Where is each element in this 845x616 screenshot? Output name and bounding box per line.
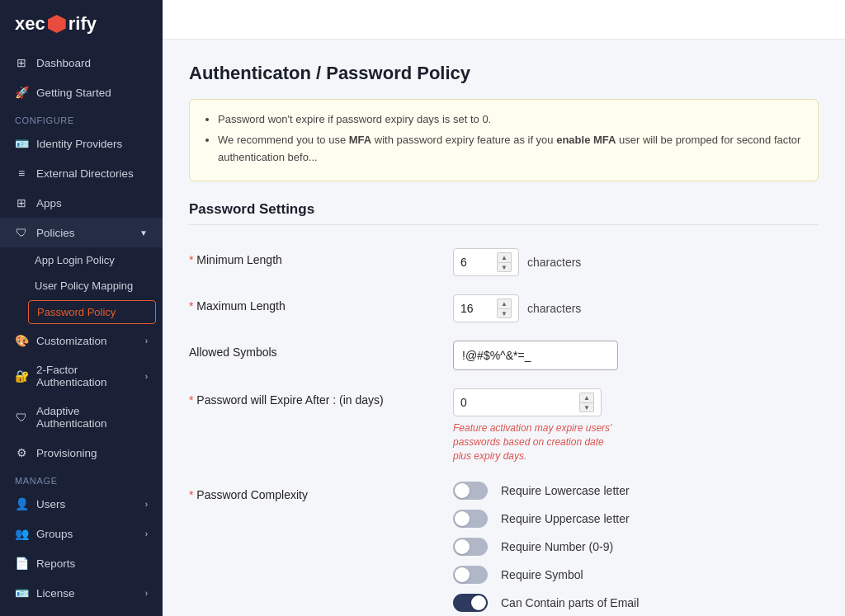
min-length-increment[interactable]: ▲ [497, 252, 512, 262]
sidebar-item-label: License [36, 587, 75, 600]
expire-label: * Password will Expire After : (in days) [189, 388, 453, 407]
chevron-down-icon: ▼ [139, 228, 148, 237]
info-line-2: We recommend you to use MFA with passwor… [218, 132, 803, 167]
sidebar-item-reports[interactable]: 📄 Reports [0, 548, 163, 578]
page-title: Authenticaton / Password Policy [189, 63, 819, 84]
min-length-label: * Minimum Length [189, 248, 453, 266]
max-length-unit: characters [527, 302, 581, 315]
sidebar-item-policies[interactable]: 🛡 Policies ▼ [0, 218, 163, 247]
content-area: Authenticaton / Password Policy Password… [163, 40, 845, 616]
sidebar-item-apps[interactable]: ⊞ Apps [0, 188, 163, 218]
complexity-row: * Password Complexity Require Lowercase … [189, 482, 819, 616]
required-star: * [189, 299, 193, 313]
allowed-symbols-row: Allowed Symbols !@#$%^&*=_ [189, 341, 819, 370]
toggle-label-require-number: Require Number (0-9) [501, 540, 613, 553]
sidebar-item-groups[interactable]: 👥 Groups › [0, 519, 163, 548]
logo-prefix: xec [15, 13, 45, 35]
max-length-increment[interactable]: ▲ [497, 299, 512, 308]
license-icon: 🪪 [15, 586, 28, 600]
info-line-1: Password won't expire if password expiry… [218, 111, 803, 129]
sidebar-item-label: Policies [36, 227, 75, 239]
toggle-label-contain-email: Can Contain parts of Email [501, 596, 639, 609]
logo-text: xec rify [15, 13, 148, 35]
section-divider [189, 224, 819, 225]
allowed-symbols-value: !@#$%^&*=_ [462, 349, 531, 362]
sub-item-label: App Login Policy [35, 254, 115, 266]
toggle-require-number[interactable] [453, 538, 488, 556]
expire-increment[interactable]: ▲ [579, 393, 594, 402]
max-length-decrement[interactable]: ▼ [497, 308, 512, 318]
toggle-knob-require-uppercase [455, 511, 470, 526]
sidebar-item-adaptive-auth[interactable]: 🛡 Adaptive Authentication [0, 397, 163, 438]
sidebar-item-label: Adaptive Authentication [36, 405, 148, 430]
expire-decrement[interactable]: ▼ [579, 402, 594, 412]
expire-spinner: ▲ ▼ [579, 393, 594, 412]
group-icon: 👥 [15, 527, 28, 540]
sub-item-label: User Policy Mapping [35, 280, 133, 292]
sidebar: xec rify ⊞ Dashboard 🚀 Getting Started C… [0, 0, 163, 616]
sidebar-item-label: Customization [36, 335, 107, 347]
toggle-item-require-number: Require Number (0-9) [453, 538, 663, 556]
sidebar-item-label: Reports [36, 557, 75, 570]
chevron-right-icon: › [145, 372, 148, 381]
expire-input[interactable]: 0 ▲ ▼ [453, 388, 602, 416]
toggle-item-require-uppercase: Require Uppercase letter [453, 510, 663, 528]
sidebar-item-getting-started[interactable]: 🚀 Getting Started [0, 78, 163, 107]
expire-value: 0 [460, 396, 467, 409]
logo-shield-icon [48, 15, 66, 33]
info-box: Password won't expire if password expiry… [189, 99, 819, 181]
sidebar-sub-user-policy-mapping[interactable]: User Policy Mapping [0, 273, 163, 299]
min-length-row: * Minimum Length 6 ▲ ▼ characters [189, 248, 819, 276]
toggle-require-uppercase[interactable] [453, 510, 488, 528]
configure-section-label: Configure [0, 107, 163, 129]
sidebar-item-external-directories[interactable]: ≡ External Directories [0, 158, 163, 188]
max-length-row: * Maximum Length 16 ▲ ▼ characters [189, 294, 819, 322]
sidebar-sub-app-login-policy[interactable]: App Login Policy [0, 247, 163, 273]
toggle-contain-email[interactable] [453, 594, 488, 612]
sidebar-item-identity-providers[interactable]: 🪪 Identity Providers [0, 129, 163, 158]
toggle-require-symbol[interactable] [453, 566, 488, 584]
toggle-require-lowercase[interactable] [453, 482, 488, 500]
sidebar-item-users[interactable]: 👤 Users › [0, 489, 163, 519]
sidebar-item-customization[interactable]: 🎨 Customization › [0, 326, 163, 355]
sidebar-item-label: Getting Started [36, 87, 111, 99]
allowed-symbols-input[interactable]: !@#$%^&*=_ [453, 341, 618, 370]
sidebar-item-2fa[interactable]: 🔐 2-Factor Authentication › [0, 355, 163, 397]
chevron-right-icon: › [145, 529, 148, 538]
min-length-spinner: ▲ ▼ [497, 252, 512, 272]
sidebar-item-provisioning[interactable]: ⚙ Provisioning [0, 438, 163, 468]
toggles-list: Require Lowercase letterRequire Uppercas… [453, 482, 663, 616]
logo: xec rify [0, 0, 163, 48]
min-length-decrement[interactable]: ▼ [497, 262, 512, 272]
topbar [163, 0, 845, 40]
toggle-item-require-lowercase: Require Lowercase letter [453, 482, 663, 500]
sidebar-item-label: Identity Providers [36, 138, 122, 150]
manage-section-label: Manage [0, 468, 163, 489]
expire-row: * Password will Expire After : (in days)… [189, 388, 819, 463]
toggle-label-require-symbol: Require Symbol [501, 568, 583, 581]
chevron-right-icon: › [145, 500, 148, 509]
sidebar-item-label: Provisioning [36, 447, 97, 459]
shield2-icon: 🛡 [15, 411, 28, 424]
expire-note: Feature activation may expire users' pas… [453, 421, 618, 463]
logo-suffix: rify [68, 13, 97, 35]
max-length-input[interactable]: 16 ▲ ▼ [453, 294, 519, 322]
main-content: Authenticaton / Password Policy Password… [163, 0, 845, 616]
toggle-knob-require-number [455, 539, 470, 554]
sidebar-item-label: External Directories [36, 167, 134, 180]
toggle-knob-require-symbol [455, 567, 470, 582]
sidebar-item-label: Groups [36, 528, 73, 540]
settings-form: * Minimum Length 6 ▲ ▼ characters [189, 248, 819, 616]
min-length-value: 6 [460, 256, 467, 269]
min-length-unit: characters [527, 256, 581, 269]
sidebar-item-license[interactable]: 🪪 License › [0, 578, 163, 608]
chevron-right-icon: › [145, 336, 148, 346]
sidebar-item-dashboard[interactable]: ⊞ Dashboard [0, 48, 163, 78]
min-length-input[interactable]: 6 ▲ ▼ [453, 248, 519, 276]
rocket-icon: 🚀 [15, 86, 28, 99]
list-icon: ≡ [15, 167, 28, 180]
max-length-spinner: ▲ ▼ [497, 299, 512, 318]
sidebar-sub-password-policy[interactable]: Password Policy [28, 300, 156, 324]
sidebar-item-label: Users [36, 498, 65, 510]
required-star: * [189, 393, 193, 407]
